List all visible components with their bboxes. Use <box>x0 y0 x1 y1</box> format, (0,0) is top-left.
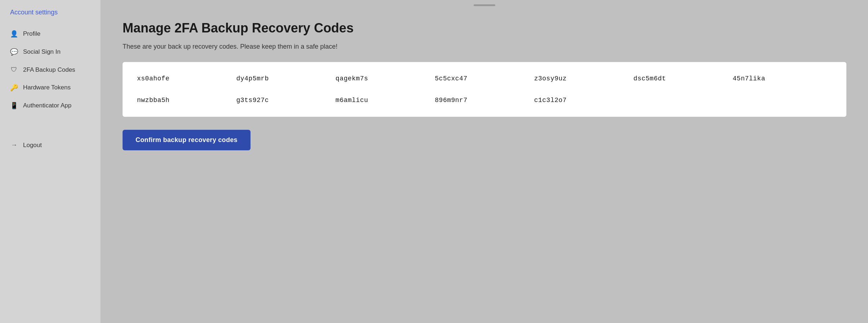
sidebar-item-profile[interactable]: 👤 Profile <box>0 25 101 43</box>
code-item: z3osy9uz <box>534 75 633 82</box>
code-item: 45n7lika <box>733 75 832 82</box>
sidebar-nav: 👤 Profile 💬 Social Sign In 🛡 2FA Backup … <box>0 25 101 115</box>
code-item: xs0ahofe <box>137 75 236 82</box>
main-content: Manage 2FA Backup Recovery Codes These a… <box>101 0 868 323</box>
codes-box: xs0ahofe dy4p5mrb qagekm7s 5c5cxc47 z3os… <box>123 62 846 117</box>
authenticator-icon: 📱 <box>10 102 18 110</box>
page-title: Manage 2FA Backup Recovery Codes <box>123 21 846 36</box>
code-item: g3ts927c <box>236 97 335 104</box>
confirm-backup-codes-button[interactable]: Confirm backup recovery codes <box>123 130 251 150</box>
code-item: 896m9nr7 <box>435 97 534 104</box>
social-sign-in-icon: 💬 <box>10 48 18 56</box>
code-item: c1c3l2o7 <box>534 97 633 104</box>
sidebar-item-social-sign-in[interactable]: 💬 Social Sign In <box>0 43 101 61</box>
sidebar-title[interactable]: Account settings <box>0 9 101 25</box>
sidebar: Account settings 👤 Profile 💬 Social Sign… <box>0 0 101 323</box>
sidebar-item-2fa-backup-codes[interactable]: 🛡 2FA Backup Codes <box>0 61 101 79</box>
2fa-icon: 🛡 <box>10 66 18 74</box>
sidebar-item-logout[interactable]: → Logout <box>0 136 101 154</box>
sidebar-item-label: Authenticator App <box>23 102 71 109</box>
code-item: dsc5m6dt <box>633 75 732 82</box>
code-item: 5c5cxc47 <box>435 75 534 82</box>
page-subtitle: These are your back up recovery codes. P… <box>123 43 846 50</box>
hardware-tokens-icon: 🔑 <box>10 84 18 92</box>
logout-icon: → <box>10 141 18 149</box>
code-item: dy4p5mrb <box>236 75 335 82</box>
sidebar-logout-label: Logout <box>23 142 42 149</box>
sidebar-item-label: Hardware Tokens <box>23 84 71 91</box>
code-item: qagekm7s <box>336 75 435 82</box>
sidebar-item-label: Social Sign In <box>23 48 61 56</box>
sidebar-item-label: 2FA Backup Codes <box>23 66 75 74</box>
code-item: nwzbba5h <box>137 97 236 104</box>
sidebar-item-hardware-tokens[interactable]: 🔑 Hardware Tokens <box>0 79 101 97</box>
profile-icon: 👤 <box>10 30 18 38</box>
sidebar-item-authenticator-app[interactable]: 📱 Authenticator App <box>0 97 101 115</box>
sidebar-item-label: Profile <box>23 30 40 37</box>
code-item: m6amlicu <box>336 97 435 104</box>
